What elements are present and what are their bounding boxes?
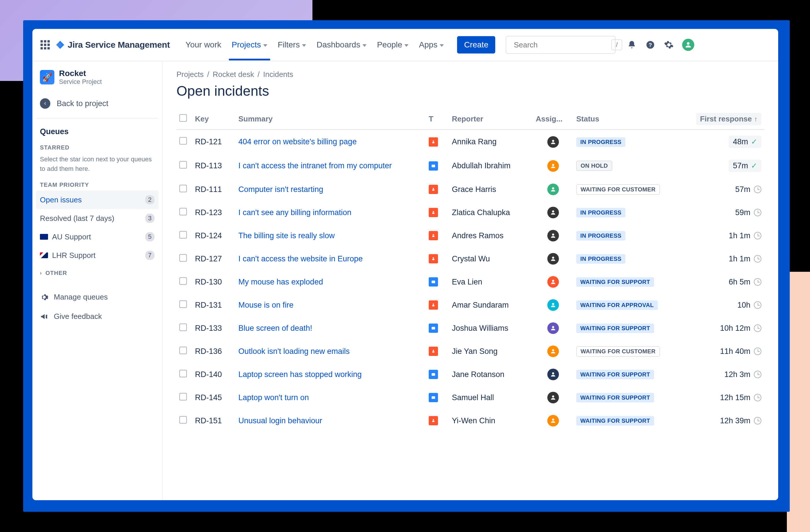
status-badge[interactable]: IN PROGRESS xyxy=(576,208,626,217)
help-icon[interactable]: ? xyxy=(645,39,655,50)
col-type[interactable]: T xyxy=(426,109,449,130)
col-reporter[interactable]: Reporter xyxy=(449,109,533,130)
table-row[interactable]: RD-145 Laptop won't turn on Samuel Hall … xyxy=(176,386,764,409)
col-summary[interactable]: Summary xyxy=(236,109,426,130)
issue-key[interactable]: RD-113 xyxy=(192,154,236,178)
manage-queues[interactable]: Manage queues xyxy=(32,287,162,307)
row-checkbox[interactable] xyxy=(179,231,187,238)
search-box[interactable]: / xyxy=(506,36,616,54)
status-badge[interactable]: WAITING FOR CUSTOMER xyxy=(576,346,660,356)
issue-key[interactable]: RD-133 xyxy=(192,317,236,340)
nav-item-people[interactable]: People xyxy=(373,37,412,52)
breadcrumb-item[interactable]: Incidents xyxy=(263,70,293,79)
row-checkbox[interactable] xyxy=(179,161,187,169)
status-badge[interactable]: WAITING FOR SUPPORT xyxy=(576,323,654,333)
assignee-avatar[interactable] xyxy=(547,184,559,195)
table-row[interactable]: RD-111 Computer isn't restarting Grace H… xyxy=(176,178,764,201)
row-checkbox[interactable] xyxy=(179,393,187,400)
table-row[interactable]: RD-113 I can't access the intranet from … xyxy=(176,154,764,178)
issue-summary[interactable]: I can't access the website in Europe xyxy=(238,254,363,263)
issue-key[interactable]: RD-131 xyxy=(192,294,236,317)
issue-key[interactable]: RD-123 xyxy=(192,201,236,224)
issue-summary[interactable]: The billing site is really slow xyxy=(238,231,335,240)
give-feedback[interactable]: Give feedback xyxy=(32,307,162,326)
table-row[interactable]: RD-131 Mouse is on fire Amar Sundaram WA… xyxy=(176,294,764,317)
row-checkbox[interactable] xyxy=(179,208,187,215)
product-logo[interactable]: Jira Service Management xyxy=(55,40,170,50)
other-section-toggle[interactable]: › OTHER xyxy=(32,265,162,282)
status-badge[interactable]: WAITING FOR APPROVAL xyxy=(576,300,658,310)
row-checkbox[interactable] xyxy=(179,416,187,423)
project-header[interactable]: 🚀 Rocket Service Project xyxy=(32,69,162,93)
table-row[interactable]: RD-140 Laptop screen has stopped working… xyxy=(176,363,764,386)
issue-summary[interactable]: Blue screen of death! xyxy=(238,324,312,333)
col-status[interactable]: Status xyxy=(573,109,683,130)
assignee-avatar[interactable] xyxy=(547,369,559,380)
row-checkbox[interactable] xyxy=(179,370,187,377)
row-checkbox[interactable] xyxy=(179,277,187,285)
breadcrumb-item[interactable]: Rocket desk xyxy=(213,70,254,79)
nav-item-filters[interactable]: Filters xyxy=(274,37,310,52)
issue-summary[interactable]: Computer isn't restarting xyxy=(238,185,323,194)
col-first-response[interactable]: First response ↑ xyxy=(683,109,764,130)
table-row[interactable]: RD-151 Unusual login behaviour Yi-Wen Ch… xyxy=(176,409,764,432)
col-assignee[interactable]: Assig... xyxy=(533,109,573,130)
sidebar-item-au-support[interactable]: AU Support5 xyxy=(32,228,162,246)
table-row[interactable]: RD-130 My mouse has exploded Eva Lien WA… xyxy=(176,270,764,294)
issue-key[interactable]: RD-111 xyxy=(192,178,236,201)
app-switcher-icon[interactable] xyxy=(40,40,50,49)
select-all-checkbox[interactable] xyxy=(179,114,187,122)
assignee-avatar[interactable] xyxy=(547,136,559,148)
row-checkbox[interactable] xyxy=(179,300,187,308)
status-badge[interactable]: WAITING FOR SUPPORT xyxy=(576,393,654,402)
nav-item-your-work[interactable]: Your work xyxy=(181,37,225,52)
issue-summary[interactable]: Laptop screen has stopped working xyxy=(238,370,361,379)
status-badge[interactable]: ON HOLD xyxy=(576,161,612,171)
assignee-avatar[interactable] xyxy=(547,160,559,172)
notifications-icon[interactable] xyxy=(627,39,637,50)
status-badge[interactable]: IN PROGRESS xyxy=(576,254,626,264)
row-checkbox[interactable] xyxy=(179,347,187,354)
issue-summary[interactable]: My mouse has exploded xyxy=(238,278,323,286)
nav-item-apps[interactable]: Apps xyxy=(415,37,448,52)
issue-key[interactable]: RD-121 xyxy=(192,130,236,154)
issue-key[interactable]: RD-140 xyxy=(192,363,236,386)
row-checkbox[interactable] xyxy=(179,323,187,331)
sidebar-item-resolved-last-7-days-[interactable]: Resolved (last 7 days)3 xyxy=(32,209,162,228)
status-badge[interactable]: IN PROGRESS xyxy=(576,231,626,240)
assignee-avatar[interactable] xyxy=(547,299,559,311)
assignee-avatar[interactable] xyxy=(547,253,559,265)
assignee-avatar[interactable] xyxy=(547,415,559,427)
issue-summary[interactable]: Unusual login behaviour xyxy=(238,416,322,425)
issue-summary[interactable]: I can't see any billing information xyxy=(238,208,352,217)
assignee-avatar[interactable] xyxy=(547,207,559,218)
col-key[interactable]: Key xyxy=(192,109,236,130)
breadcrumb-item[interactable]: Projects xyxy=(176,70,204,79)
assignee-avatar[interactable] xyxy=(547,346,559,357)
status-badge[interactable]: WAITING FOR SUPPORT xyxy=(576,416,654,426)
issue-key[interactable]: RD-145 xyxy=(192,386,236,409)
sidebar-item-open-issues[interactable]: Open issues2 xyxy=(36,190,159,209)
assignee-avatar[interactable] xyxy=(547,276,559,288)
status-badge[interactable]: WAITING FOR SUPPORT xyxy=(576,277,654,287)
issue-summary[interactable]: 404 error on website's billing page xyxy=(238,137,357,146)
issue-key[interactable]: RD-136 xyxy=(192,340,236,363)
status-badge[interactable]: IN PROGRESS xyxy=(576,137,626,147)
issue-key[interactable]: RD-151 xyxy=(192,409,236,432)
status-badge[interactable]: WAITING FOR SUPPORT xyxy=(576,370,654,379)
assignee-avatar[interactable] xyxy=(547,230,559,242)
nav-item-projects[interactable]: Projects xyxy=(228,37,271,52)
issue-key[interactable]: RD-124 xyxy=(192,224,236,247)
issue-key[interactable]: RD-127 xyxy=(192,247,236,270)
table-row[interactable]: RD-136 Outlook isn't loading new emails … xyxy=(176,340,764,363)
assignee-avatar[interactable] xyxy=(547,322,559,334)
issue-summary[interactable]: Mouse is on fire xyxy=(238,301,294,310)
nav-item-dashboards[interactable]: Dashboards xyxy=(312,37,371,52)
row-checkbox[interactable] xyxy=(179,137,187,145)
status-badge[interactable]: WAITING FOR CUSTOMER xyxy=(576,184,660,195)
sidebar-item-lhr-support[interactable]: LHR Support7 xyxy=(32,246,162,265)
issue-summary[interactable]: I can't access the intranet from my comp… xyxy=(238,161,392,170)
row-checkbox[interactable] xyxy=(179,185,187,192)
table-row[interactable]: RD-127 I can't access the website in Eur… xyxy=(176,247,764,270)
issue-summary[interactable]: Laptop won't turn on xyxy=(238,393,309,402)
